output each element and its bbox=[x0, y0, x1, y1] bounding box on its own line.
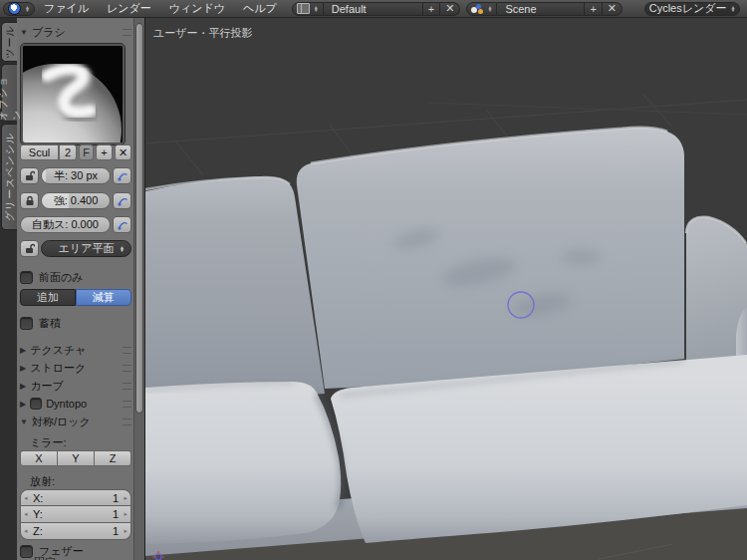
sculpt-plane-row: エリア平面 ▲▼ bbox=[20, 240, 131, 257]
feather-checkbox[interactable] bbox=[20, 545, 33, 558]
couch-back-cushion-center bbox=[297, 128, 684, 389]
stroke-panel-header[interactable]: ▶ ストローク bbox=[20, 360, 131, 376]
arrow-right-icon[interactable]: ▸ bbox=[124, 510, 127, 518]
render-engine-dropdown[interactable]: Cyclesレンダー ▲▼ bbox=[644, 2, 740, 16]
layout-add-button[interactable]: + bbox=[423, 2, 440, 16]
accumulate-row[interactable]: 蓄積 bbox=[20, 316, 131, 331]
caret-right-icon: ▶ bbox=[20, 400, 26, 409]
brush-datablock-row: Scul 2 F + ✕ bbox=[20, 144, 131, 160]
editor-type-button[interactable]: i ▲▼ bbox=[3, 2, 35, 16]
menu-render[interactable]: レンダー bbox=[98, 1, 160, 16]
info-editor-icon: i bbox=[8, 2, 21, 15]
tool-shelf-scrollbar[interactable] bbox=[133, 18, 144, 560]
unlock-icon bbox=[25, 170, 35, 181]
menu-file[interactable]: ファイル bbox=[35, 1, 98, 16]
editor-updown-icon: ▲▼ bbox=[25, 6, 30, 12]
caret-down-icon: ▼ bbox=[20, 418, 28, 426]
autosmooth-slider[interactable]: 自動ス: 0.000 bbox=[20, 216, 111, 233]
layout-updown-icon: ▲▼ bbox=[314, 6, 319, 12]
fake-user-button[interactable]: F bbox=[79, 144, 94, 160]
texture-panel-header[interactable]: ▶ テクスチャ bbox=[20, 342, 131, 358]
menu-help[interactable]: ヘルプ bbox=[234, 1, 286, 16]
radial-y-field[interactable]: ◂ Y: 1 ▸ bbox=[20, 506, 131, 523]
lock-icon bbox=[25, 195, 35, 206]
clipped-next-label: 固定 bbox=[34, 556, 144, 560]
brush-users-button[interactable]: 2 bbox=[59, 144, 77, 160]
radial-x-field[interactable]: ◂ X: 1 ▸ bbox=[20, 489, 131, 506]
mirror-y-button[interactable]: Y bbox=[58, 450, 95, 466]
mirror-z-button[interactable]: Z bbox=[95, 450, 131, 466]
brush-preview[interactable] bbox=[21, 44, 124, 144]
plane-lock-button[interactable] bbox=[20, 240, 39, 257]
panel-grip-icon[interactable] bbox=[123, 365, 131, 372]
strength-pressure-toggle[interactable] bbox=[113, 192, 131, 209]
brush-preview-image bbox=[23, 46, 123, 142]
scrollbar-thumb[interactable] bbox=[135, 23, 143, 414]
radial-fields: ◂ X: 1 ▸ ◂ Y: 1 ▸ ◂ Z: 1 ▸ bbox=[20, 489, 131, 540]
arrow-right-icon[interactable]: ▸ bbox=[124, 527, 127, 535]
brush-name-button[interactable]: Scul bbox=[20, 144, 59, 160]
curve-panel-header[interactable]: ▶ カーブ bbox=[20, 378, 131, 394]
radial-z-field[interactable]: ◂ Z: 1 ▸ bbox=[20, 523, 131, 540]
viewport-scene bbox=[145, 18, 747, 560]
tool-shelf: ツール オプション グリースペンシル ▼ ブラシ bbox=[0, 18, 144, 560]
strength-row: 強: 0.400 bbox=[20, 192, 131, 209]
layout-close-button[interactable]: ✕ bbox=[440, 2, 460, 16]
menu-window[interactable]: ウィンドウ bbox=[160, 1, 234, 16]
screen-layout-icon bbox=[297, 3, 310, 14]
unlink-brush-button[interactable]: ✕ bbox=[115, 144, 131, 160]
arrow-left-icon[interactable]: ◂ bbox=[24, 527, 28, 535]
dyntopo-checkbox[interactable] bbox=[30, 398, 42, 410]
add-brush-button[interactable]: + bbox=[96, 144, 113, 160]
sculpt-plane-dropdown[interactable]: エリア平面 ▲▼ bbox=[41, 240, 131, 257]
autosmooth-pressure-toggle[interactable] bbox=[113, 216, 131, 233]
panel-grip-icon[interactable] bbox=[123, 401, 131, 408]
direction-subtract-button[interactable]: 減算 bbox=[76, 289, 131, 306]
tab-tools[interactable]: ツール bbox=[1, 22, 17, 62]
scene-field[interactable]: Scene bbox=[497, 2, 585, 16]
panel-grip-icon[interactable] bbox=[123, 29, 131, 36]
direction-add-button[interactable]: 追加 bbox=[20, 289, 76, 306]
arrow-left-icon[interactable]: ◂ bbox=[24, 510, 28, 518]
radius-row: 半: 30 px bbox=[20, 167, 131, 184]
blender-window: i ▲▼ ファイル レンダー ウィンドウ ヘルプ ▲▼ Default + ✕ … bbox=[0, 0, 747, 560]
caret-right-icon: ▶ bbox=[20, 382, 26, 391]
scene-icon-button[interactable]: ▲▼ bbox=[466, 2, 497, 16]
radius-slider[interactable]: 半: 30 px bbox=[41, 167, 111, 184]
radial-label: 放射: bbox=[30, 475, 141, 488]
engine-updown-icon: ▲▼ bbox=[730, 6, 735, 12]
view-name-label: ユーザー・平行投影 bbox=[153, 26, 253, 41]
screen-layout-field[interactable]: Default bbox=[324, 2, 423, 16]
panel-grip-icon[interactable] bbox=[123, 347, 131, 354]
scene-add-button[interactable]: + bbox=[585, 2, 602, 16]
radius-unified-lock-button[interactable] bbox=[20, 167, 39, 184]
scene-updown-icon: ▲▼ bbox=[487, 6, 492, 12]
caret-down-icon: ▼ bbox=[20, 28, 28, 37]
caret-right-icon: ▶ bbox=[20, 346, 26, 355]
screen-layout-icon-button[interactable]: ▲▼ bbox=[292, 2, 324, 16]
dyntopo-panel-header[interactable]: ▶ Dyntopo bbox=[20, 396, 131, 412]
scene-icon bbox=[471, 4, 483, 14]
panel-grip-icon[interactable] bbox=[123, 383, 131, 390]
strength-unified-lock-button[interactable] bbox=[20, 192, 39, 209]
front-only-checkbox[interactable] bbox=[20, 271, 33, 284]
accumulate-checkbox[interactable] bbox=[20, 317, 33, 330]
stylus-pressure-icon bbox=[117, 170, 128, 182]
tab-grease-pencil[interactable]: グリースペンシル bbox=[1, 124, 17, 230]
mirror-axis-buttons: X Y Z bbox=[20, 450, 131, 466]
mirror-x-button[interactable]: X bbox=[20, 450, 58, 466]
front-only-row[interactable]: 前面のみ bbox=[20, 270, 131, 285]
brush-panel-header[interactable]: ▼ ブラシ bbox=[20, 24, 131, 40]
autosmooth-row: 自動ス: 0.000 bbox=[20, 216, 131, 233]
tab-options[interactable]: オプション bbox=[1, 64, 17, 122]
arrow-left-icon[interactable]: ◂ bbox=[24, 494, 28, 502]
radius-pressure-toggle[interactable] bbox=[113, 167, 131, 184]
scene-close-button[interactable]: ✕ bbox=[603, 2, 622, 16]
arrow-right-icon[interactable]: ▸ bbox=[124, 494, 127, 502]
viewport-3d[interactable]: ユーザー・平行投影 bbox=[144, 18, 747, 560]
info-header: i ▲▼ ファイル レンダー ウィンドウ ヘルプ ▲▼ Default + ✕ … bbox=[0, 0, 747, 18]
strength-slider[interactable]: 強: 0.400 bbox=[41, 192, 111, 209]
unlock-icon bbox=[25, 243, 35, 254]
panel-grip-icon[interactable] bbox=[123, 419, 131, 425]
symmetry-panel-header[interactable]: ▼ 対称/ロック bbox=[20, 414, 131, 429]
